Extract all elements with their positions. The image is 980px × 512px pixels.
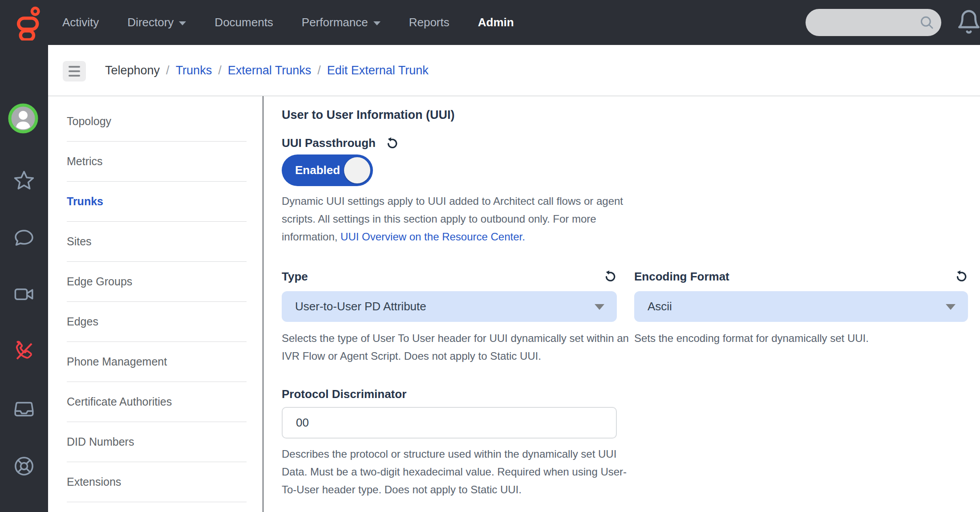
nav-item-reports[interactable]: Reports [409,16,450,29]
uui-passthrough-reset-icon[interactable] [385,137,399,150]
breadcrumb-trunks-link[interactable]: Trunks [176,64,212,77]
type-field: Type User-to-User PD Attribute Selects t… [282,269,617,365]
breadcrumb-edit-external-trunk-link[interactable]: Edit External Trunk [327,64,429,77]
encoding-format-select-value: Ascii [648,300,672,313]
type-select-value: User-to-User PD Attribute [295,300,426,313]
section-title: User to User Information (UUI) [282,108,455,122]
type-select[interactable]: User-to-User PD Attribute [282,291,617,322]
breadcrumb-separator: / [218,64,222,77]
search-input[interactable] [814,12,912,32]
favorites-button[interactable] [13,170,35,192]
nav-item-activity[interactable]: Activity [62,16,99,29]
inbox-button[interactable] [13,398,35,420]
notifications-button[interactable] [956,9,980,35]
nav-item-performance[interactable]: Performance [302,16,381,29]
sidebar-item-phone-management[interactable]: Phone Management [67,342,247,382]
left-icon-rail [0,45,48,512]
type-reset-icon[interactable] [603,270,617,283]
telephony-sidebar-menu: Topology Metrics Trunks Sites Edge Group… [67,102,247,502]
sidebar-item-edge-groups[interactable]: Edge Groups [67,262,247,302]
hamburger-icon [69,66,80,68]
uui-passthrough-field: UUI Passthrough [282,136,399,150]
support-button[interactable] [13,455,35,477]
chevron-down-icon [595,304,604,310]
uui-passthrough-label: UUI Passthrough [282,136,376,150]
chevron-down-icon [179,21,186,25]
profile-avatar[interactable] [8,103,38,134]
protocol-discriminator-label: Protocol Discriminator [282,387,406,401]
encoding-format-field: Encoding Format Ascii Sets the encoding … [634,269,968,347]
uui-description: Dynamic UUI settings apply to UUI added … [282,192,632,246]
avatar-icon [8,103,38,134]
breadcrumb: Telephony / Trunks / External Trunks / E… [105,45,429,96]
protocol-discriminator-help-text: Describes the protocol or structure used… [282,445,638,499]
inbox-tray-icon [13,398,35,420]
nav-item-documents[interactable]: Documents [215,16,273,29]
sidebar-divider [263,96,263,512]
sidebar-item-extensions[interactable]: Extensions [67,462,247,502]
breadcrumb-divider [48,96,980,96]
nav-item-directory[interactable]: Directory [127,16,186,29]
sidebar-item-sites[interactable]: Sites [67,222,247,262]
encoding-format-help-text: Sets the encoding format for dynamically… [634,329,968,347]
search-icon [919,15,935,30]
chat-button[interactable] [13,227,35,249]
sidebar-item-did-numbers[interactable]: DID Numbers [67,422,247,462]
sidebar-item-trunks[interactable]: Trunks [67,182,247,222]
genesys-logo[interactable] [12,5,41,41]
chat-bubble-icon [13,227,35,249]
toggle-knob [344,157,370,183]
nav-label: Documents [215,16,273,29]
breadcrumb-separator: / [166,64,170,77]
top-nav-items: Activity Directory Documents Performance… [62,0,514,45]
top-navigation-bar: Activity Directory Documents Performance… [0,0,980,45]
sidebar-item-topology[interactable]: Topology [67,102,247,142]
sidebar-item-edges[interactable]: Edges [67,302,247,342]
life-buoy-icon [13,455,35,477]
global-search [806,9,941,36]
nav-label: Reports [409,16,450,29]
sidebar-item-metrics[interactable]: Metrics [67,142,247,182]
protocol-discriminator-input[interactable] [282,407,617,439]
toggle-state-label: Enabled [282,163,340,177]
genesys-logo-icon [12,5,41,41]
star-icon [13,170,35,192]
chevron-down-icon [946,304,956,310]
uui-overview-link[interactable]: UUI Overview on the Resource Center. [340,231,525,243]
sidebar-item-certificate-authorities[interactable]: Certificate Authorities [67,382,247,422]
phone-slash-icon [13,340,35,362]
video-camera-icon [13,283,35,305]
encoding-format-label: Encoding Format [634,270,729,284]
nav-label: Performance [302,16,368,29]
phone-disabled-button[interactable] [13,340,35,362]
breadcrumb-telephony: Telephony [105,64,160,77]
nav-label: Directory [127,16,174,29]
video-button[interactable] [13,283,35,305]
type-label: Type [282,270,308,284]
encoding-format-reset-icon[interactable] [955,270,968,283]
nav-label: Activity [62,16,99,29]
bell-icon [956,9,980,35]
type-help-text: Selects the type of User To User header … [282,329,634,365]
encoding-format-select[interactable]: Ascii [634,291,968,322]
chevron-down-icon [373,21,381,25]
nav-item-admin[interactable]: Admin [478,16,514,29]
uui-passthrough-toggle[interactable]: Enabled [282,154,373,186]
breadcrumb-external-trunks-link[interactable]: External Trunks [228,64,312,77]
nav-label: Admin [478,16,514,29]
menu-toggle-button[interactable] [63,61,86,81]
breadcrumb-separator: / [317,64,321,77]
app-window: Activity Directory Documents Performance… [0,0,980,512]
